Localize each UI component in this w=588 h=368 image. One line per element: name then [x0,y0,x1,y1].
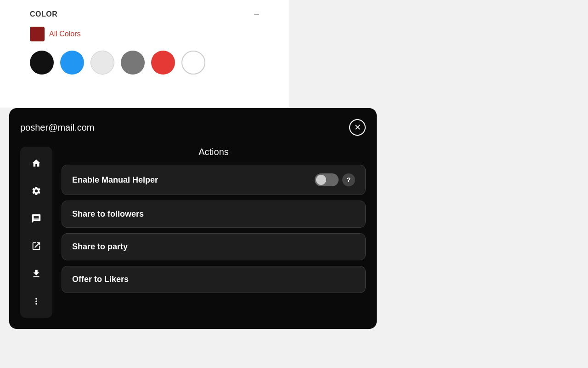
actions-title: Actions [62,147,366,157]
swatch-blue[interactable] [60,51,84,75]
swatch-red[interactable] [151,51,175,75]
offer-to-likers-item[interactable]: Offer to Likers [62,266,366,293]
collapse-icon[interactable]: − [254,9,260,19]
share-to-party-label: Share to party [72,242,128,252]
sidebar-home-icon[interactable] [27,154,45,172]
toggle-container: ? [315,173,355,186]
share-to-followers-label: Share to followers [72,209,144,219]
modal-body: Actions Enable Manual Helper ? Share to … [20,147,366,318]
offer-to-likers-label: Offer to Likers [72,275,129,284]
modal-sidebar [20,147,52,318]
swatch-black[interactable] [30,51,54,75]
sidebar-settings-icon[interactable] [27,182,45,200]
share-to-followers-item[interactable]: Share to followers [62,201,366,228]
toggle-knob [316,175,326,185]
enable-manual-helper-item[interactable]: Enable Manual Helper ? [62,165,366,195]
sidebar-chat-icon[interactable] [27,209,45,228]
enable-manual-helper-toggle[interactable] [315,173,339,186]
color-section-header: COLOR − [30,9,260,19]
color-swatches [30,51,260,75]
all-colors-swatch [30,27,45,41]
modal-header: posher@mail.com ✕ [20,119,366,136]
actions-modal: posher@mail.com ✕ [9,108,377,329]
swatch-gray[interactable] [121,51,145,75]
sidebar-more-icon[interactable] [27,292,45,310]
color-filter-panel: COLOR − All Colors [0,0,289,108]
enable-manual-helper-label: Enable Manual Helper [72,175,158,185]
swatch-white[interactable] [181,51,205,75]
help-icon[interactable]: ? [342,173,355,186]
sidebar-download-icon[interactable] [27,264,45,283]
modal-close-button[interactable]: ✕ [349,119,366,136]
all-colors-row[interactable]: All Colors [30,27,260,41]
actions-area: Actions Enable Manual Helper ? Share to … [62,147,366,318]
share-to-party-item[interactable]: Share to party [62,233,366,260]
swatch-light-gray[interactable] [90,51,114,75]
modal-email: posher@mail.com [20,122,94,133]
all-colors-label[interactable]: All Colors [49,30,80,38]
color-section-title: COLOR [30,10,57,18]
sidebar-external-share-icon[interactable] [27,237,45,255]
